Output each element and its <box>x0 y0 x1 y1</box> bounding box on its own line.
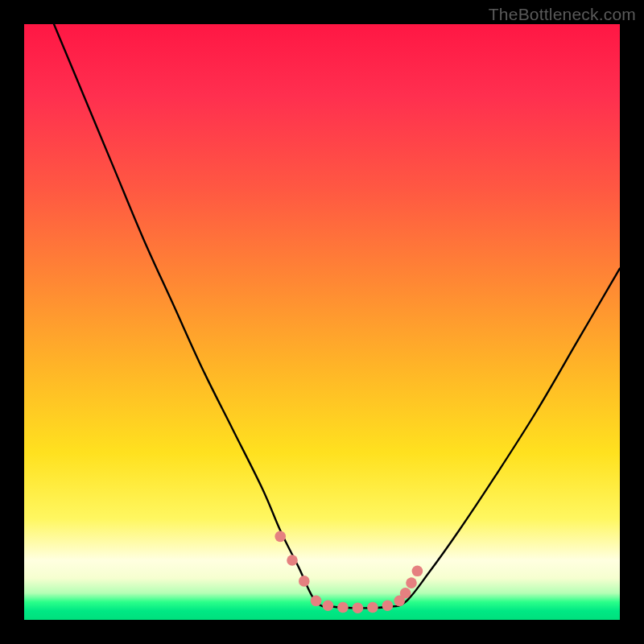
plot-area <box>24 24 620 620</box>
gradient-background <box>24 24 620 620</box>
chart-frame: TheBottleneck.com <box>0 0 644 644</box>
watermark-text: TheBottleneck.com <box>489 5 636 24</box>
